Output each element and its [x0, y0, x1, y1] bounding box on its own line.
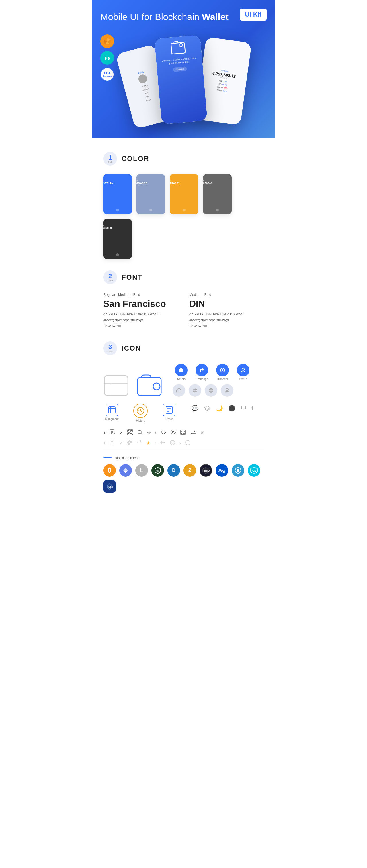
font-grid: Regular · Medium · Bold San Francisco AB… [103, 293, 264, 330]
blockchain-accent-line [103, 458, 112, 458]
tool-icons-row-1: + ✓ ☆ ‹ [103, 429, 264, 436]
main-content: 1 ONE COLOR # 3574FA # 8DA0C8 # F5A623 [92, 137, 275, 501]
icon-document-plus [110, 429, 115, 436]
svg-point-18 [226, 389, 228, 391]
svg-point-67 [236, 469, 239, 472]
svg-point-13 [222, 369, 223, 371]
blockchain-label: BlockChain Icon [115, 456, 140, 460]
svg-rect-52 [128, 441, 129, 442]
icon-section-header: 3 THREE ICON [103, 341, 264, 355]
icon-check: ✓ [119, 430, 123, 436]
svg-point-10 [153, 383, 160, 390]
icon-history: History [132, 404, 149, 422]
svg-point-16 [209, 389, 213, 393]
icon-refresh-outline [137, 440, 142, 446]
phone-center: Character may be mastered in the great m… [154, 35, 207, 125]
icon-info: ℹ [251, 405, 254, 412]
icon-assets-outline [173, 384, 185, 397]
crypto-zcash: Z [184, 464, 196, 477]
crypto-stratis: STR [103, 480, 116, 493]
swatch-black: # 303030 [103, 219, 132, 259]
icon-qr-outline [127, 440, 133, 446]
icon-circle-dot: ⚫ [228, 405, 235, 412]
icon-forward-outline: › [179, 441, 181, 446]
icon-star-filled-outline: ★ [146, 440, 150, 446]
swatch-gray-blue: # 8DA0C8 [137, 174, 165, 214]
svg-line-24 [140, 411, 142, 412]
svg-rect-56 [128, 443, 129, 444]
ui-kit-badge: UI Kit [240, 9, 266, 21]
icon-back: ‹ [155, 430, 157, 436]
icon-assets: Assets [173, 364, 190, 381]
svg-line-45 [141, 433, 142, 435]
color-section-header: 1 ONE COLOR [103, 152, 264, 165]
svg-rect-42 [131, 433, 132, 434]
svg-rect-37 [128, 430, 129, 431]
color-title: COLOR [121, 155, 149, 163]
svg-point-46 [172, 431, 174, 433]
icon-info-outline: i [185, 440, 191, 446]
hero-section: Mobile UI for Blockchain Wallet UI Kit P… [92, 0, 275, 137]
icon-share-outline [160, 440, 166, 446]
svg-rect-19 [108, 407, 115, 413]
icon-share [161, 429, 166, 436]
crypto-icons-grid: ₿ Ł NEO D Z IOTA [103, 464, 264, 493]
app-icons-row: Mangment History [103, 404, 264, 422]
svg-text:STR: STR [108, 486, 113, 488]
crypto-waves [216, 464, 228, 477]
phones-area: Profile Manage Message Night Fast Assets… [101, 28, 266, 120]
svg-rect-30 [110, 430, 114, 435]
color-swatches: # 3574FA # 8DA0C8 # F5A623 # 666666 [103, 174, 264, 259]
svg-text:GNT: GNT [252, 469, 258, 472]
font-san-francisco: Regular · Medium · Bold San Francisco AB… [103, 293, 178, 330]
wallet-icons-row: Assets Exchange Discover [103, 364, 264, 397]
icon-plus: + [103, 430, 106, 435]
svg-rect-6 [104, 376, 128, 396]
icon-moon: 🌙 [216, 405, 223, 412]
wallet-grid-icon-outline [103, 374, 129, 397]
icon-search [137, 429, 143, 436]
svg-rect-54 [131, 441, 132, 442]
crypto-eth [119, 464, 132, 477]
font-din: Medium · Bold DIN ABCDEFGHIJKLMNOPQRSTUV… [189, 293, 264, 330]
icon-profile-outline [221, 384, 233, 397]
swatch-dark-gray: # 666666 [203, 174, 232, 214]
crypto-btc: ₿ [103, 464, 116, 477]
icon-discover: Discover [214, 364, 231, 381]
icon-check-circle-outline [170, 440, 175, 446]
svg-marker-15 [177, 388, 181, 392]
svg-rect-41 [128, 433, 129, 434]
crypto-golem: GNT [248, 464, 260, 477]
svg-text:NEO: NEO [156, 469, 162, 472]
icon-comment: 💬 [192, 405, 199, 412]
font-title: FONT [121, 273, 142, 281]
icon-back-outline: ‹ [154, 441, 156, 446]
icon-expand [180, 429, 186, 436]
icon-doc-outline [110, 440, 115, 446]
svg-text:IOTA: IOTA [204, 469, 209, 472]
nav-icons-group: Assets Exchange Discover [173, 364, 252, 397]
divider-1 [103, 425, 264, 425]
svg-rect-48 [110, 440, 114, 445]
svg-point-57 [170, 440, 175, 445]
tool-icons-row-2: + ✓ ★ ‹ › [103, 440, 264, 446]
icon-check-outline: ✓ [119, 440, 123, 446]
svg-point-14 [242, 368, 244, 370]
swatch-orange: # F5A623 [170, 174, 198, 214]
crypto-neo: NEO [151, 464, 164, 477]
svg-rect-9 [138, 377, 161, 396]
icon-layers [204, 405, 211, 412]
crypto-qtum [232, 464, 244, 477]
icon-swap [190, 430, 196, 436]
crypto-iota: IOTA [200, 464, 212, 477]
font-section-header: 2 TWO FONT [103, 271, 264, 284]
wallet-blue-icon [137, 374, 162, 397]
icon-discover-outline [205, 384, 217, 397]
icon-settings [170, 429, 176, 436]
icon-exchange: Exchange [193, 364, 210, 381]
icon-management: Mangment [103, 404, 120, 421]
svg-rect-39 [131, 430, 132, 431]
section-3-circle: 3 THREE [103, 341, 117, 355]
icon-speech: 🗨 [241, 405, 246, 412]
crypto-ltc: Ł [135, 464, 148, 477]
